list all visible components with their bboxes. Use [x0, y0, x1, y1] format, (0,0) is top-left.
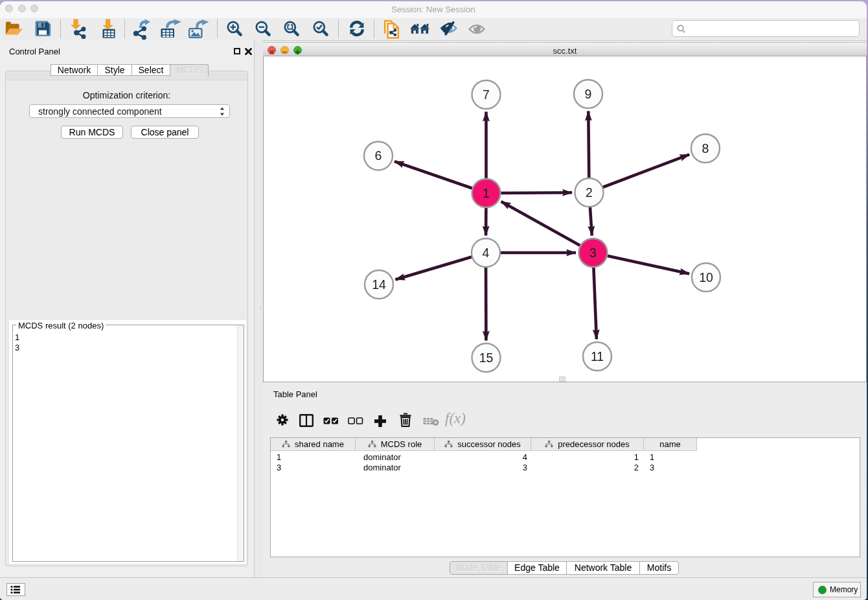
- svg-text:7: 7: [483, 87, 490, 102]
- svg-text:8: 8: [702, 141, 709, 156]
- svg-text:15: 15: [479, 351, 494, 365]
- svg-text:1: 1: [483, 186, 490, 200]
- svg-text:9: 9: [585, 87, 592, 101]
- svg-text:6: 6: [375, 148, 382, 163]
- svg-text:11: 11: [591, 349, 604, 363]
- svg-text:10: 10: [699, 270, 713, 284]
- svg-text:14: 14: [372, 277, 386, 292]
- svg-text:3: 3: [589, 246, 597, 260]
- svg-text:4: 4: [483, 246, 490, 260]
- svg-text:2: 2: [586, 185, 593, 200]
